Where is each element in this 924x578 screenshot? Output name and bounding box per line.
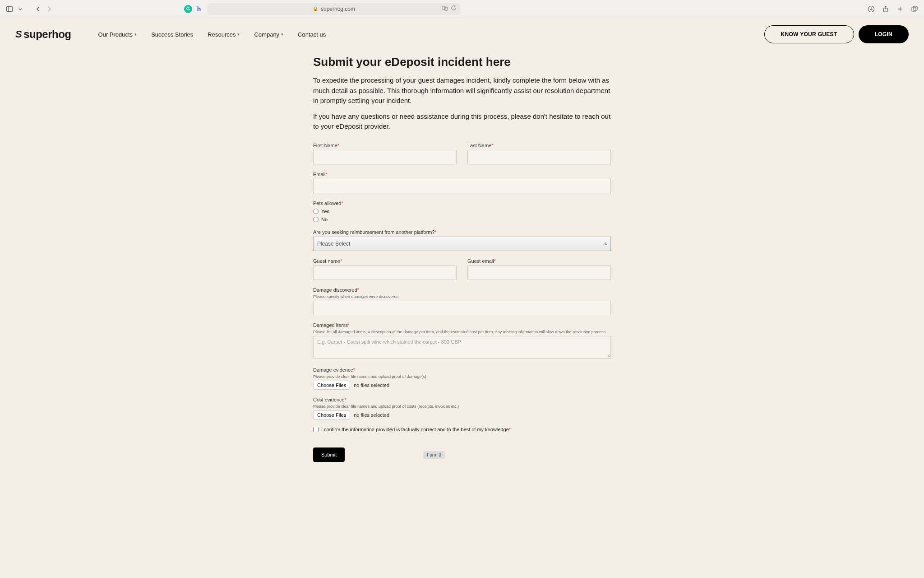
browser-toolbar: G h 🔒 superhog.com bbox=[0, 0, 924, 18]
confirm-checkbox-row[interactable]: I confirm the information provided is fa… bbox=[313, 427, 611, 432]
damage-evidence-file-button[interactable]: Choose Files bbox=[313, 381, 350, 390]
cost-evidence-hint: Please provide clear file names and uplo… bbox=[313, 404, 611, 409]
cost-evidence-file-button[interactable]: Choose Files bbox=[313, 410, 350, 420]
intro-p1: To expedite the processing of your guest… bbox=[313, 75, 611, 106]
lock-icon: 🔒 bbox=[313, 6, 318, 11]
pets-no-option[interactable]: No bbox=[313, 217, 611, 222]
honey-icon[interactable]: h bbox=[195, 5, 203, 13]
guest-email-label: Guest email* bbox=[467, 258, 611, 264]
share-icon[interactable] bbox=[882, 5, 890, 13]
sidebar-icon[interactable] bbox=[5, 5, 14, 13]
incident-form: First Name* Last Name* Email* Pets allow… bbox=[313, 143, 611, 462]
nav-resources[interactable]: Resources ▾ bbox=[208, 31, 240, 38]
damaged-items-textarea[interactable] bbox=[313, 336, 611, 359]
pets-yes-radio[interactable] bbox=[313, 209, 319, 214]
new-tab-icon[interactable] bbox=[896, 5, 904, 13]
pets-label: Pets allowed* bbox=[313, 200, 611, 206]
logo-text: superhog bbox=[23, 28, 71, 41]
damaged-items-label: Damaged items* bbox=[313, 322, 611, 328]
site-header: S superhog Our Products ▾ Success Storie… bbox=[0, 18, 924, 51]
email-input[interactable] bbox=[313, 179, 611, 193]
first-name-label: First Name* bbox=[313, 143, 457, 148]
translate-icon[interactable] bbox=[442, 5, 448, 13]
page: Submit your eDeposit incident here To ex… bbox=[0, 51, 924, 578]
page-title: Submit your eDeposit incident here bbox=[313, 55, 611, 69]
damage-evidence-label: Damage evidence* bbox=[313, 367, 611, 373]
svg-rect-2 bbox=[442, 6, 445, 9]
url-bar[interactable]: 🔒 superhog.com bbox=[208, 3, 460, 15]
damage-discovered-input[interactable] bbox=[313, 301, 611, 315]
tabs-icon[interactable] bbox=[910, 5, 919, 13]
chevron-down-icon: ▾ bbox=[134, 32, 137, 37]
main-nav: Our Products ▾ Success Stories Resources… bbox=[98, 31, 326, 38]
guest-email-input[interactable] bbox=[467, 266, 611, 280]
damage-evidence-file-status: no files selected bbox=[354, 382, 389, 388]
grammarly-icon[interactable]: G bbox=[184, 5, 192, 13]
chevron-down-icon[interactable] bbox=[16, 5, 24, 13]
first-name-input[interactable] bbox=[313, 150, 457, 164]
chevron-down-icon: ▾ bbox=[281, 32, 283, 37]
nav-products[interactable]: Our Products ▾ bbox=[98, 31, 137, 38]
nav-contact[interactable]: Contact us bbox=[298, 31, 326, 38]
reimbursement-select[interactable]: Please Select bbox=[313, 237, 611, 251]
last-name-label: Last Name* bbox=[467, 143, 611, 148]
cost-evidence-label: Cost evidence* bbox=[313, 397, 611, 402]
chevron-down-icon: ▾ bbox=[237, 32, 240, 37]
forward-icon[interactable] bbox=[45, 5, 53, 13]
confirm-checkbox[interactable] bbox=[313, 427, 319, 432]
email-label: Email* bbox=[313, 172, 611, 177]
logo[interactable]: S superhog bbox=[15, 28, 71, 41]
reload-icon[interactable] bbox=[451, 5, 457, 13]
login-button[interactable]: LOGIN bbox=[859, 25, 909, 43]
intro-p2: If you have any questions or need assist… bbox=[313, 112, 611, 132]
form-badge: Form 0 bbox=[423, 451, 445, 459]
damage-discovered-label: Damage discovered* bbox=[313, 287, 611, 293]
know-your-guest-button[interactable]: KNOW YOUR GUEST bbox=[764, 25, 854, 43]
back-icon[interactable] bbox=[34, 5, 42, 13]
damage-evidence-hint: Please provide clear file names and uplo… bbox=[313, 374, 611, 379]
damaged-items-hint: Please list all damaged items, a descrip… bbox=[313, 330, 611, 334]
damage-discovered-hint: Please specify when damages were discove… bbox=[313, 294, 611, 299]
svg-rect-11 bbox=[913, 6, 917, 10]
url-text: superhog.com bbox=[321, 6, 355, 12]
pets-no-radio[interactable] bbox=[313, 217, 319, 222]
svg-rect-10 bbox=[912, 7, 916, 11]
guest-name-label: Guest name* bbox=[313, 258, 457, 264]
nav-success-stories[interactable]: Success Stories bbox=[151, 31, 193, 38]
download-icon[interactable] bbox=[867, 5, 875, 13]
cost-evidence-file-status: no files selected bbox=[354, 412, 389, 418]
guest-name-input[interactable] bbox=[313, 266, 457, 280]
submit-button[interactable]: Submit bbox=[313, 447, 345, 462]
nav-company[interactable]: Company ▾ bbox=[254, 31, 283, 38]
logo-mark-icon: S bbox=[15, 28, 22, 40]
reimbursement-label: Are you seeking reimbursement from anoth… bbox=[313, 229, 611, 235]
svg-rect-0 bbox=[7, 6, 13, 11]
last-name-input[interactable] bbox=[467, 150, 611, 164]
svg-rect-3 bbox=[444, 7, 448, 10]
intro: To expedite the processing of your guest… bbox=[313, 75, 611, 132]
pets-yes-option[interactable]: Yes bbox=[313, 209, 611, 214]
